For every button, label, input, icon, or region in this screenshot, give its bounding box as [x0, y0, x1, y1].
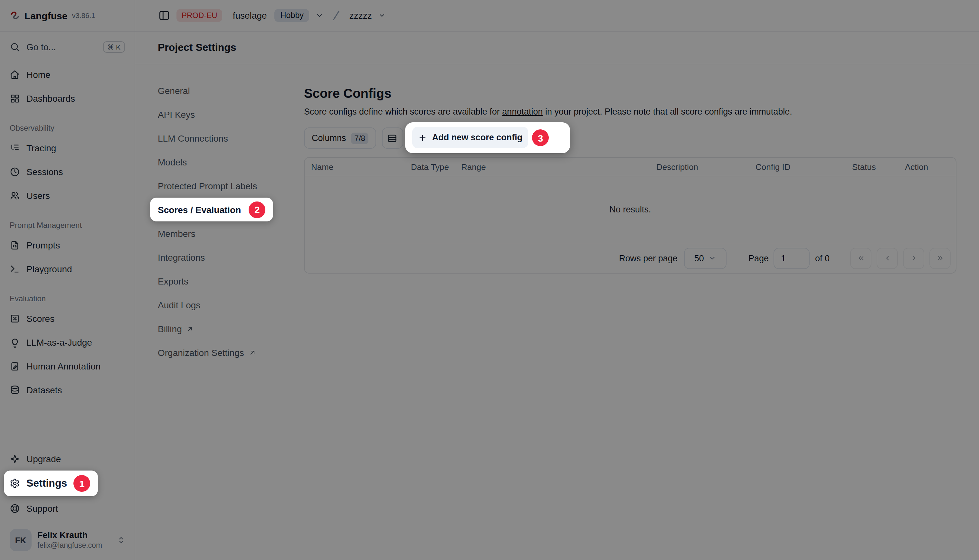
sidebar-item-tracing[interactable]: Tracing — [10, 136, 125, 160]
section-description: Score configs define which scores are av… — [304, 107, 956, 117]
sidebar-item-upgrade[interactable]: Upgrade — [10, 447, 125, 470]
score-configs-table: Name Data Type Range Description Config … — [304, 157, 956, 273]
sidebar-item-label: Support — [27, 503, 58, 513]
sidebar-item-label: LLM-as-a-Judge — [27, 337, 92, 347]
goto-label: Go to... — [27, 42, 56, 52]
settings-nav-llm-connections[interactable]: LLM Connections — [158, 126, 296, 150]
settings-nav-scores-evaluation[interactable]: Scores / Evaluation 2 — [150, 198, 273, 222]
settings-nav-protected-prompt-labels[interactable]: Protected Prompt Labels — [158, 174, 296, 198]
columns-count-badge: 7/8 — [351, 132, 368, 144]
logo-row[interactable]: Langfuse v3.86.1 — [0, 0, 135, 32]
annotation-link[interactable]: annotation — [502, 107, 543, 117]
sidebar-item-sessions[interactable]: Sessions — [10, 160, 125, 183]
settings-nav-label: Billing — [158, 323, 182, 334]
pagination: Rows per page 50 Page of 0 — [305, 243, 956, 273]
sidebar-item-settings[interactable]: Settings 1 — [4, 470, 98, 496]
project-name[interactable]: zzzzz — [349, 10, 372, 21]
section-evaluation: Evaluation — [10, 291, 125, 307]
settings-nav-label: Organization Settings — [158, 347, 244, 358]
chevron-down-icon — [708, 254, 716, 262]
plus-icon — [418, 133, 427, 142]
walkthrough-highlight-card: Add new score config 3 — [405, 122, 570, 153]
gear-icon — [10, 478, 20, 488]
rows-per-page-select[interactable]: 50 — [684, 247, 727, 269]
settings-nav-general[interactable]: General — [158, 78, 296, 102]
settings-nav-organization-settings[interactable]: Organization Settings — [158, 340, 296, 364]
org-name[interactable]: fuselage — [233, 10, 267, 21]
pagination-buttons — [850, 247, 951, 269]
sidebar-item-label: Playground — [27, 263, 72, 274]
page-of-label: of 0 — [815, 253, 830, 263]
rows-per-page-label: Rows per page — [619, 253, 678, 263]
settings-nav-billing[interactable]: Billing — [158, 317, 296, 340]
prev-page-button[interactable] — [877, 247, 898, 269]
sidebar-item-playground[interactable]: Playground — [10, 257, 125, 281]
walkthrough-badge-2: 2 — [249, 201, 266, 218]
settings-nav-integrations[interactable]: Integrations — [158, 245, 296, 269]
chevron-down-icon[interactable] — [316, 12, 324, 19]
settings-nav-label: Audit Logs — [158, 300, 200, 310]
page-header: Project Settings — [135, 32, 979, 64]
columns-button[interactable]: Columns 7/8 — [304, 127, 376, 149]
settings-nav-api-keys[interactable]: API Keys — [158, 102, 296, 126]
file-code-icon — [10, 240, 20, 250]
sidebar-item-datasets[interactable]: Datasets — [10, 378, 125, 402]
sidebar-item-home[interactable]: Home — [10, 62, 125, 86]
terminal-icon — [10, 263, 20, 274]
settings-nav-label: Exports — [158, 276, 189, 286]
sidebar-item-dashboards[interactable]: Dashboards — [10, 86, 125, 110]
settings-nav-exports[interactable]: Exports — [158, 269, 296, 293]
sidebar: Langfuse v3.86.1 Go to... ⌘ K Home Dashb… — [0, 0, 135, 560]
sidebar-item-label: Tracing — [27, 143, 56, 153]
goto-search[interactable]: Go to... ⌘ K — [10, 37, 125, 57]
app-title: Langfuse — [25, 10, 67, 21]
lightbulb-icon — [10, 337, 20, 347]
sidebar-item-support[interactable]: Support — [10, 496, 125, 520]
sidebar-item-scores[interactable]: Scores — [10, 307, 125, 330]
sidebar-item-llm-as-a-judge[interactable]: LLM-as-a-Judge — [10, 330, 125, 354]
add-score-config-button[interactable]: Add new score config — [412, 127, 528, 148]
column-header-data-type: Data Type — [411, 162, 461, 172]
langfuse-logo-icon — [10, 10, 20, 21]
topbar: PROD-EU fuselage Hobby zzzzz — [135, 0, 979, 32]
settings-nav-members[interactable]: Members — [158, 222, 296, 245]
plan-badge: Hobby — [275, 9, 309, 22]
last-page-button[interactable] — [929, 247, 951, 269]
next-page-button[interactable] — [903, 247, 924, 269]
sidebar-item-prompts[interactable]: Prompts — [10, 233, 125, 257]
table-header-row: Name Data Type Range Description Config … — [305, 158, 956, 177]
sidebar-item-human-annotation[interactable]: Human Annotation — [10, 354, 125, 378]
page-number-input[interactable] — [774, 247, 810, 269]
chevrons-up-down-icon — [117, 536, 125, 544]
clipboard-pen-icon — [10, 361, 20, 371]
sidebar-bottom: Upgrade Settings 1 Support FK Felix Krau… — [10, 447, 125, 553]
environment-badge: PROD-EU — [177, 9, 222, 22]
chevron-right-icon — [910, 254, 917, 262]
panel-left-icon[interactable] — [159, 10, 170, 21]
lifebuoy-icon — [10, 503, 20, 513]
column-header-action: Action — [905, 162, 956, 172]
column-header-name: Name — [311, 162, 411, 172]
sidebar-item-label: Upgrade — [27, 453, 61, 464]
chevron-down-icon[interactable] — [378, 12, 386, 19]
user-name: Felix Krauth — [37, 530, 102, 541]
sidebar-item-users[interactable]: Users — [10, 183, 125, 207]
sparkle-icon — [10, 453, 20, 464]
toolbar: Columns 7/8 Add new score config 3 — [304, 127, 956, 149]
clock-icon — [10, 167, 20, 177]
column-header-description: Description — [656, 162, 755, 172]
description-text: in your project. Please note that all sc… — [543, 107, 792, 117]
settings-nav-models[interactable]: Models — [158, 150, 296, 174]
row-height-button[interactable] — [382, 127, 403, 149]
main-panel: Score Configs Score configs define which… — [304, 64, 956, 273]
settings-nav-audit-logs[interactable]: Audit Logs — [158, 293, 296, 317]
settings-nav: General API Keys LLM Connections Models … — [158, 78, 296, 364]
section-observability: Observability — [10, 120, 125, 136]
first-page-button[interactable] — [850, 247, 871, 269]
settings-nav-label: Members — [158, 228, 195, 238]
column-header-range: Range — [461, 162, 656, 172]
settings-nav-label: LLM Connections — [158, 133, 228, 143]
empty-state: No results. — [305, 177, 956, 243]
user-menu[interactable]: FK Felix Krauth felix@langfuse.com — [10, 529, 125, 553]
sidebar-nav: Go to... ⌘ K Home Dashboards Observabili… — [0, 32, 135, 560]
